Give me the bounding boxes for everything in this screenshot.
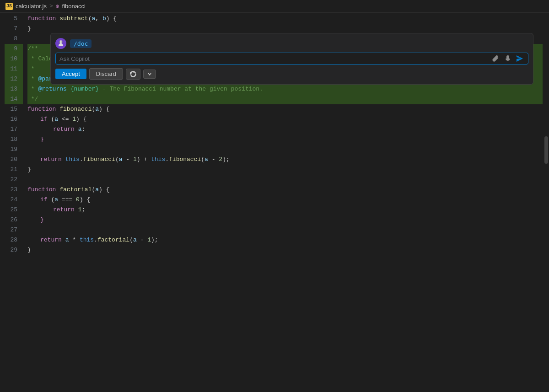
copilot-avatar-svg bbox=[56, 39, 65, 48]
copilot-overlay: /doc bbox=[27, 33, 543, 85]
line-num-9: 9 bbox=[5, 44, 23, 54]
line-num-18: 18 bbox=[5, 134, 23, 145]
line-num-29: 29 bbox=[5, 245, 23, 255]
copilot-input-row[interactable] bbox=[55, 53, 528, 64]
code-line-20: return this.fibonacci(a - 1) + this.fibo… bbox=[27, 155, 549, 165]
code-line-24: if (a === 0) { bbox=[27, 195, 549, 205]
code-line-27 bbox=[27, 225, 549, 235]
line-num-13: 13 bbox=[5, 84, 23, 94]
line-num-25: 25 bbox=[5, 205, 23, 215]
keyword-function: function bbox=[27, 14, 56, 24]
refresh-icon bbox=[130, 71, 136, 77]
attachment-icon-button[interactable] bbox=[491, 55, 501, 62]
line-num-12: 12 bbox=[5, 74, 23, 84]
dropdown-button[interactable] bbox=[143, 70, 156, 79]
discard-button[interactable]: Discard bbox=[89, 68, 123, 80]
code-line-21: } bbox=[27, 165, 549, 175]
code-line-15: function fibonacci(a) { bbox=[27, 104, 549, 114]
line-num-15: 15 bbox=[5, 104, 23, 114]
line-num-17: 17 bbox=[5, 124, 23, 134]
breadcrumb-function: fibonacci bbox=[62, 3, 86, 10]
code-line-5: function subtract(a, b) { bbox=[27, 14, 549, 24]
breadcrumb-filename: calculator.js bbox=[16, 3, 47, 10]
editor-container: JS calculator.js > ⊕ fibonacci 5 7 8 9 1… bbox=[0, 0, 549, 392]
scrollbar-thumb[interactable] bbox=[544, 136, 548, 164]
code-content: function subtract(a, b) { } /** * Calcul… bbox=[27, 13, 549, 392]
send-button[interactable] bbox=[515, 55, 524, 62]
copilot-command: /doc bbox=[70, 39, 92, 48]
refresh-button[interactable] bbox=[126, 69, 140, 80]
code-line-22 bbox=[27, 175, 549, 185]
code-line-18: } bbox=[27, 134, 549, 145]
code-line-23: function factorial(a) { bbox=[27, 185, 549, 195]
line-num-8: 8 bbox=[5, 34, 23, 44]
scrollbar[interactable] bbox=[543, 13, 549, 392]
send-icon bbox=[516, 55, 523, 62]
line-num-19: 19 bbox=[5, 145, 23, 155]
copilot-panel: /doc bbox=[50, 33, 533, 85]
code-line-26: } bbox=[27, 215, 549, 225]
copilot-avatar bbox=[55, 38, 66, 49]
line-num-11: 11 bbox=[5, 64, 23, 74]
code-line-14: */ bbox=[27, 94, 549, 104]
code-line-13: * @returns {number} - The Fibonacci numb… bbox=[27, 84, 549, 94]
code-line-19 bbox=[27, 145, 549, 155]
line-num-5: 5 bbox=[5, 14, 23, 24]
line-num-14: 14 bbox=[5, 94, 23, 104]
code-area: 5 7 8 9 10 11 12 13 14 15 16 17 18 19 20… bbox=[0, 13, 549, 392]
line-num-16: 16 bbox=[5, 114, 23, 124]
line-num-26: 26 bbox=[5, 215, 23, 225]
symbol-icon: ⊕ bbox=[56, 3, 59, 10]
breadcrumb-separator: > bbox=[49, 3, 53, 10]
attachment-icon bbox=[492, 55, 500, 62]
accept-button[interactable]: Accept bbox=[55, 69, 86, 79]
line-num-27: 27 bbox=[5, 225, 23, 235]
js-file-icon: JS bbox=[5, 3, 13, 10]
svg-point-1 bbox=[59, 41, 60, 43]
microphone-icon bbox=[504, 55, 511, 62]
line-num-22: 22 bbox=[5, 175, 23, 185]
line-num-28: 28 bbox=[5, 235, 23, 245]
code-line-25: return 1; bbox=[27, 205, 549, 215]
line-num-10: 10 bbox=[5, 54, 23, 64]
line-numbers: 5 7 8 9 10 11 12 13 14 15 16 17 18 19 20… bbox=[0, 13, 27, 392]
svg-point-2 bbox=[61, 41, 63, 43]
line-num-23: 23 bbox=[5, 185, 23, 195]
code-line-28: return a * this.factorial(a - 1); bbox=[27, 235, 549, 245]
chevron-down-icon bbox=[147, 72, 152, 76]
microphone-icon-button[interactable] bbox=[503, 55, 512, 62]
code-line-7: } bbox=[27, 24, 549, 34]
copilot-ask-input[interactable] bbox=[59, 55, 489, 62]
copilot-header: /doc bbox=[55, 38, 528, 49]
breadcrumb: JS calculator.js > ⊕ fibonacci bbox=[0, 0, 549, 13]
code-line-29: } bbox=[27, 245, 549, 255]
line-num-24: 24 bbox=[5, 195, 23, 205]
copilot-actions: Accept Discard bbox=[55, 68, 528, 80]
line-num-21: 21 bbox=[5, 165, 23, 175]
line-num-20: 20 bbox=[5, 155, 23, 165]
code-line-16: if (a <= 1) { bbox=[27, 114, 549, 124]
func-name-subtract: subtract bbox=[59, 14, 88, 24]
code-line-17: return a; bbox=[27, 124, 549, 134]
line-num-7: 7 bbox=[5, 24, 23, 34]
